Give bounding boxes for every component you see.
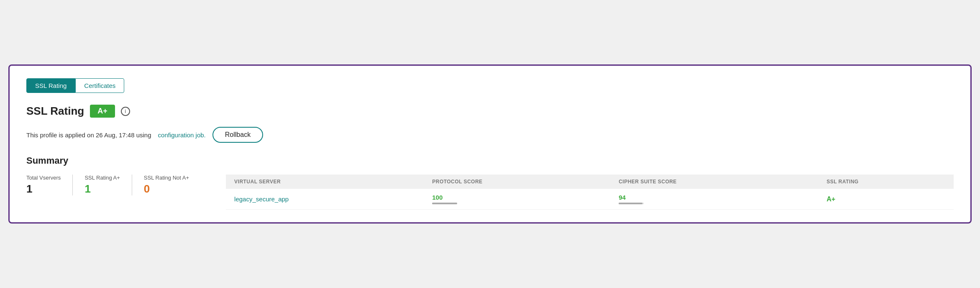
tab-ssl-rating[interactable]: SSL Rating xyxy=(26,78,75,93)
table-header-row: VIRTUAL SERVER PROTOCOL SCORE CIPHER SUI… xyxy=(226,175,954,189)
stat-label-total-vservers: Total Vservers xyxy=(26,175,61,181)
summary-and-table: Total Vservers 1 SSL Rating A+ 1 SSL Rat… xyxy=(26,175,954,210)
cell-protocol-score: 100 xyxy=(424,189,610,210)
tab-certificates[interactable]: Certificates xyxy=(75,78,124,93)
profile-applied-text: This profile is applied on 26 Aug, 17:48… xyxy=(26,131,151,139)
col-header-ssl-rating: SSL RATING xyxy=(818,175,954,189)
ssl-rating-table: VIRTUAL SERVER PROTOCOL SCORE CIPHER SUI… xyxy=(226,175,954,210)
stat-value-ssl-rating-not-a-plus: 0 xyxy=(144,183,189,195)
stat-ssl-rating-a-plus: SSL Rating A+ 1 xyxy=(73,175,132,195)
col-header-virtual-server: VIRTUAL SERVER xyxy=(226,175,424,189)
profile-row: This profile is applied on 26 Aug, 17:48… xyxy=(26,127,954,143)
stat-total-vservers: Total Vservers 1 xyxy=(26,175,73,195)
configuration-job-link[interactable]: configuration job. xyxy=(158,131,206,139)
stat-label-ssl-rating-not-a-plus: SSL Rating Not A+ xyxy=(144,175,189,181)
table-row: legacy_secure_app 100 94 A+ xyxy=(226,189,954,210)
stat-value-ssl-rating-a-plus: 1 xyxy=(84,183,120,195)
cell-ssl-rating: A+ xyxy=(818,189,954,210)
ssl-rating-heading: SSL Rating A+ i xyxy=(26,105,954,118)
stat-ssl-rating-not-a-plus: SSL Rating Not A+ 0 xyxy=(132,175,201,195)
summary-stats: Total Vservers 1 SSL Rating A+ 1 SSL Rat… xyxy=(26,175,201,195)
tabs-row: SSL Rating Certificates xyxy=(26,78,954,93)
col-header-cipher-suite-score: CIPHER SUITE SCORE xyxy=(610,175,818,189)
cell-cipher-suite-score: 94 xyxy=(610,189,818,210)
ssl-rating-badge: A+ xyxy=(90,105,115,118)
rollback-button[interactable]: Rollback xyxy=(212,127,263,143)
stat-value-total-vservers: 1 xyxy=(26,183,61,195)
col-header-protocol-score: PROTOCOL SCORE xyxy=(424,175,610,189)
info-icon[interactable]: i xyxy=(121,107,130,116)
stat-label-ssl-rating-a-plus: SSL Rating A+ xyxy=(84,175,120,181)
cell-virtual-server[interactable]: legacy_secure_app xyxy=(226,189,424,210)
main-container: SSL Rating Certificates SSL Rating A+ i … xyxy=(8,64,972,224)
summary-title: Summary xyxy=(26,155,954,166)
ssl-rating-title: SSL Rating xyxy=(26,105,84,118)
